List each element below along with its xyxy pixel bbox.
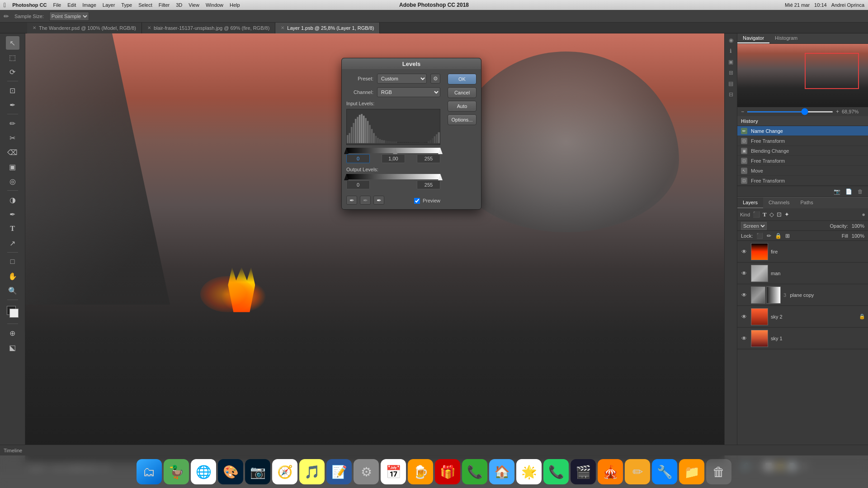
gradient-strip-icon[interactable]: ▤ — [726, 79, 736, 89]
sample-size-select[interactable]: Point Sample — [49, 12, 89, 21]
history-item-2[interactable]: ▣ Blending Change — [737, 146, 868, 156]
lock-position-icon[interactable]: ✏ — [767, 233, 771, 239]
menu-image[interactable]: Image — [82, 2, 96, 8]
lock-pixels-icon[interactable]: ⬛ — [756, 233, 763, 239]
path-select-tool[interactable]: ↗ — [6, 236, 19, 250]
dock-whatsapp[interactable]: 📞 — [543, 459, 569, 484]
input-slider-track[interactable] — [346, 148, 440, 153]
menu-layer[interactable]: Layer — [103, 2, 115, 8]
menu-select[interactable]: Select — [138, 2, 152, 8]
tab-layers[interactable]: Layers — [737, 197, 763, 208]
output-slider-track[interactable] — [346, 174, 440, 179]
layer-man[interactable]: 👁 man — [737, 263, 868, 284]
navigator-icon[interactable]: ◉ — [726, 35, 736, 45]
history-trash-icon[interactable]: 🗑 — [855, 187, 865, 197]
preview-checkbox[interactable] — [414, 198, 420, 204]
dock-lightroom[interactable]: 📷 — [245, 459, 270, 484]
output-white-handle[interactable] — [438, 174, 443, 180]
dock-imovie[interactable]: 🎬 — [571, 459, 596, 484]
dock-finder2[interactable]: 📁 — [679, 459, 704, 484]
layer-eye-man[interactable]: 👁 — [740, 269, 748, 277]
kind-filter-icon[interactable]: ✦ — [784, 211, 789, 218]
preset-select[interactable]: Custom — [377, 74, 427, 84]
input-mid-value[interactable]: 1,00 — [382, 154, 405, 163]
dock-chrome[interactable]: 🌐 — [191, 459, 216, 484]
dock-system-pref[interactable]: ⚙ — [354, 459, 379, 484]
ok-button[interactable]: OK — [448, 74, 476, 84]
dock-finder[interactable]: 🗂 — [137, 459, 162, 484]
eyedropper-tool[interactable]: ✒ — [6, 98, 19, 112]
dock-photoshop[interactable]: 🎨 — [218, 459, 243, 484]
levels-gear-btn[interactable]: ⚙ — [430, 74, 440, 84]
dock-calendar[interactable]: 📅 — [381, 459, 406, 484]
history-item-0[interactable]: ✏ Name Change — [737, 126, 868, 136]
color-icon[interactable]: ▣ — [726, 57, 736, 67]
dock-photos[interactable]: 🌟 — [516, 459, 542, 484]
text-tool[interactable]: T — [6, 222, 19, 235]
menu-type[interactable]: Type — [121, 2, 132, 8]
kind-shape-icon[interactable]: ◇ — [769, 211, 774, 218]
layer-sky1[interactable]: 👁 sky 1 — [737, 328, 868, 349]
output-white-value[interactable]: 255 — [417, 180, 440, 189]
history-item-4[interactable]: ↖ Move — [737, 166, 868, 176]
menu-edit[interactable]: Edit — [67, 2, 76, 8]
tab-close-2[interactable]: ✕ — [147, 25, 151, 30]
swatches-icon[interactable]: ⊞ — [726, 68, 736, 78]
dock-safari[interactable]: 🧭 — [272, 459, 297, 484]
crop-tool[interactable]: ⊡ — [6, 84, 19, 97]
zoom-tool[interactable]: 🔍 — [6, 284, 19, 297]
hand-tool[interactable]: ✋ — [6, 269, 19, 283]
dock-app10[interactable]: 🍺 — [408, 459, 433, 484]
dock-app-store[interactable]: 🔧 — [652, 459, 677, 484]
dock-app11[interactable]: 🎁 — [435, 459, 460, 484]
tab-layer1[interactable]: ✕ Layer 1.psb @ 25,8% (Layer 1, RGB/8) — [275, 23, 380, 33]
layer-sky2[interactable]: 👁 sky 2 🔒 — [737, 306, 868, 328]
kind-pixel-icon[interactable]: ⬛ — [753, 211, 760, 218]
menu-window[interactable]: Window — [206, 2, 223, 8]
zoom-plus[interactable]: + — [836, 108, 839, 115]
tab-close-1[interactable]: ✕ — [33, 25, 36, 30]
input-white-handle[interactable] — [438, 148, 443, 154]
menu-view[interactable]: View — [189, 2, 199, 8]
fill-value[interactable]: 100% — [852, 233, 864, 239]
gradient-tool[interactable]: ▣ — [6, 160, 19, 174]
eyedropper-white[interactable]: ✒ — [373, 196, 384, 205]
menu-help[interactable]: Help — [230, 2, 240, 8]
zoom-slider[interactable] — [747, 111, 833, 113]
dock-duck[interactable]: 🦆 — [164, 459, 189, 484]
channel-select[interactable]: RGB — [377, 87, 440, 97]
menu-photoshop[interactable]: Photoshop CC — [12, 2, 47, 8]
eyedropper-black[interactable]: ✒ — [346, 196, 357, 205]
dock-trash[interactable]: 🗑 — [706, 459, 731, 484]
layer-eye-plane[interactable]: 👁 — [740, 291, 748, 299]
tab-paths[interactable]: Paths — [795, 197, 819, 208]
marquee-tool[interactable]: ⬚ — [6, 51, 19, 64]
dock-sketch[interactable]: ✏ — [625, 459, 650, 484]
history-item-1[interactable]: ⊡ Free Transform — [737, 136, 868, 146]
zoom-minus[interactable]: − — [741, 108, 744, 115]
input-white-value[interactable]: 255 — [417, 154, 440, 163]
history-document-icon[interactable]: 📄 — [844, 187, 854, 197]
lock-artboard-icon[interactable]: ⊞ — [785, 233, 790, 239]
tab-blair[interactable]: ✕ blair-fraser-15137-unsplash.jpg @ 69% … — [142, 23, 275, 33]
layer-eye-sky2[interactable]: 👁 — [740, 313, 748, 321]
output-black-handle[interactable] — [344, 174, 349, 180]
input-black-value[interactable]: 0 — [346, 154, 370, 163]
timeline-label[interactable]: Timeline — [4, 448, 22, 453]
blend-mode-select[interactable]: Screen — [741, 222, 767, 230]
apple-logo[interactable]:  — [4, 1, 6, 9]
clone-tool[interactable]: ✂ — [6, 131, 19, 145]
lock-all-icon[interactable]: 🔒 — [775, 233, 782, 239]
dock-facetime[interactable]: 📞 — [462, 459, 487, 484]
layers-options-toggle[interactable]: ● — [862, 211, 865, 218]
dock-audacity[interactable]: 🎵 — [299, 459, 325, 484]
screen-mode-tool[interactable]: ⬕ — [6, 341, 19, 354]
info-icon[interactable]: ℹ — [726, 46, 736, 56]
menu-file[interactable]: File — [53, 2, 61, 8]
eraser-tool[interactable]: ⌫ — [6, 145, 19, 159]
brush-tool[interactable]: ✏ — [6, 117, 19, 130]
move-tool[interactable]: ↖ — [6, 36, 19, 50]
layer-plane-copy[interactable]: 👁 3 plane copy — [737, 284, 868, 306]
tab-close-3[interactable]: ✕ — [281, 25, 284, 30]
patterns-icon[interactable]: ⊟ — [726, 89, 736, 99]
